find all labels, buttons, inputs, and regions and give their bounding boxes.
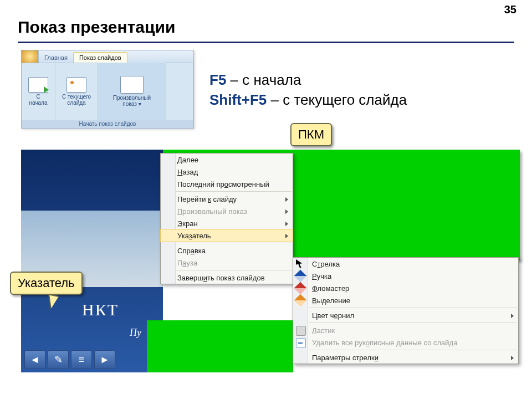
pen-icon [294, 270, 307, 283]
ribbon-body: С начала С текущего слайда Произвольный … [22, 63, 193, 120]
menu-separator [309, 350, 517, 350]
menu-separator [176, 191, 291, 192]
slide: 35 Показ презентации Главная Показ слайд… [0, 0, 532, 399]
ribbon-spacer [166, 63, 193, 120]
slide-current-icon [66, 77, 86, 93]
submenu-item-arrow-options[interactable]: Параметры стрелки [293, 351, 518, 364]
submenu-item-ink-color[interactable]: Цвет чернил [293, 309, 518, 321]
slideshow-preview: НКТ Пу ◄ ✎ ≡ ► [21, 150, 163, 372]
felt-pen-icon [294, 282, 307, 295]
shortcut-text: F5 – с начала Shift+F5 – с текущего слай… [209, 70, 407, 110]
callout-rmb: ПКМ [290, 123, 332, 146]
submenu-item-pen[interactable]: Ручка [293, 270, 518, 282]
menu-item-help[interactable]: Справка [161, 244, 293, 257]
eraser-icon [296, 326, 306, 336]
btn-from-start-label: С начала [29, 94, 47, 106]
btn-custom-label: Произвольный показ ▾ [113, 95, 151, 107]
delete-ink-icon [296, 338, 306, 348]
slide-custom-icon [120, 76, 144, 94]
menu-separator [176, 243, 291, 243]
slide-play-icon [28, 77, 48, 93]
nav-pen-icon[interactable]: ✎ [48, 350, 69, 369]
menu-separator [309, 308, 517, 308]
btn-from-current-label: С текущего слайда [62, 94, 91, 106]
slideshow-navbar: ◄ ✎ ≡ ► [24, 350, 115, 369]
tab-slideshow: Показ слайдов [73, 52, 127, 63]
preview-title-fragment: НКТ [82, 300, 119, 319]
btn-from-start: С начала [22, 63, 55, 120]
submenu-item-felt-pen[interactable]: Фломастер [293, 282, 518, 294]
nav-prev-icon[interactable]: ◄ [24, 350, 45, 369]
page-title: Показ презентации [18, 18, 175, 37]
menu-separator [176, 270, 291, 270]
submenu-item-eraser: Ластик [293, 324, 518, 336]
highlighter-icon [294, 294, 307, 307]
menu-item-next[interactable]: Далее [161, 154, 293, 166]
ribbon-group-caption: Начать показ слайдов [22, 120, 193, 128]
btn-custom-show: Произвольный показ ▾ [98, 63, 166, 120]
context-menu: Далее Назад Последний просмотренный Пере… [160, 153, 293, 284]
menu-separator [309, 323, 517, 323]
page-number: 35 [504, 3, 516, 16]
btn-from-current: С текущего слайда [55, 63, 98, 120]
title-rule [18, 42, 514, 43]
preview-subtitle-fragment: Пу [130, 327, 141, 339]
ribbon-screenshot: Главная Показ слайдов С начала С текущег… [21, 50, 194, 129]
ribbon-tabs: Главная Показ слайдов [22, 50, 193, 63]
menu-item-pointer[interactable]: Указатель [160, 229, 293, 242]
menu-item-goto-slide[interactable]: Перейти к слайду [161, 193, 293, 205]
menu-item-back[interactable]: Назад [161, 166, 293, 178]
key-shift-f5: Shift+F5 [209, 91, 267, 108]
key-f5: F5 [209, 71, 226, 88]
menu-item-last-viewed[interactable]: Последний просмотренный [161, 178, 293, 190]
pointer-submenu: Стрелка Ручка Фломастер Выделение Цвет ч… [293, 257, 519, 364]
green-overlay-bottom [147, 320, 293, 372]
submenu-item-highlighter[interactable]: Выделение [293, 294, 518, 306]
menu-item-end-show[interactable]: Завершить показ слайдов [161, 272, 293, 284]
callout-pointer: Указатель [10, 272, 83, 295]
submenu-item-arrow[interactable]: Стрелка [293, 258, 518, 270]
menu-item-screen[interactable]: Экран [161, 217, 293, 229]
nav-menu-icon[interactable]: ≡ [71, 350, 92, 369]
menu-item-pause: Пауза [161, 257, 293, 269]
office-button-icon [22, 50, 39, 63]
cursor-icon [296, 259, 305, 268]
tab-home: Главная [39, 53, 73, 63]
menu-item-custom-show: Произвольный показ [161, 205, 293, 217]
nav-next-icon[interactable]: ► [94, 350, 115, 369]
key-shift-f5-desc: – с текущего слайда [267, 91, 407, 108]
key-f5-desc: – с начала [226, 71, 301, 88]
submenu-item-erase-all: Удалить все рукописные данные со слайда [293, 336, 518, 349]
